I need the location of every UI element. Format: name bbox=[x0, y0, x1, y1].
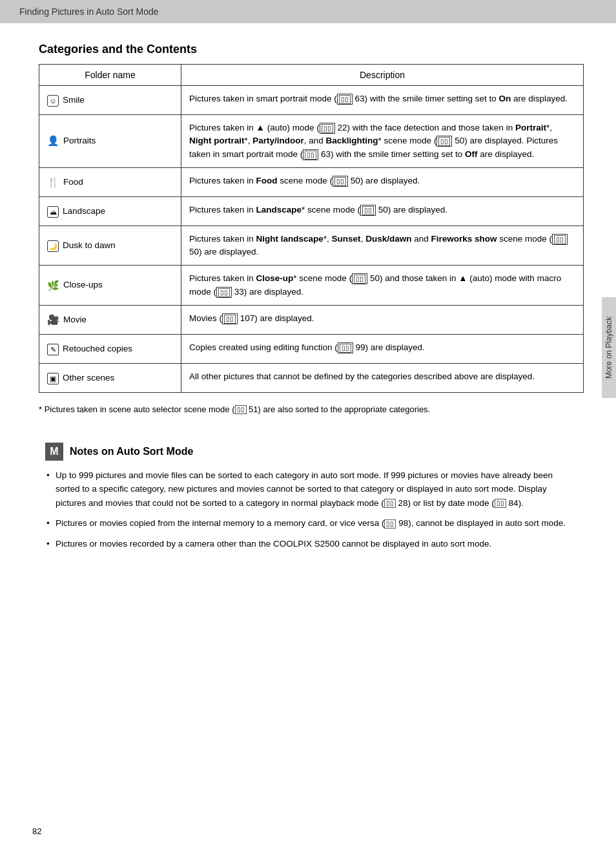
notes-header: M Notes on Auto Sort Mode bbox=[45, 443, 577, 461]
col-header-desc: Description bbox=[181, 65, 584, 86]
description-cell: All other pictures that cannot be define… bbox=[181, 363, 584, 392]
notes-item-0: Up to 999 pictures and movie files can b… bbox=[45, 468, 577, 510]
table-row: ✎ Retouched copies Copies created using … bbox=[39, 334, 584, 363]
notes-list: Up to 999 pictures and movie files can b… bbox=[45, 468, 577, 551]
col-header-folder: Folder name bbox=[39, 65, 181, 86]
folder-label-7: Retouched copies bbox=[63, 342, 132, 355]
folder-label-8: Other scenes bbox=[63, 372, 114, 384]
folder-label-0: Smile bbox=[63, 94, 85, 107]
folder-icon-food: 🍴 bbox=[47, 174, 59, 190]
folder-label-4: Dusk to dawn bbox=[63, 239, 116, 252]
header-title: Finding Pictures in Auto Sort Mode bbox=[19, 6, 159, 17]
description-cell: Pictures taken in Close-up* scene mode (… bbox=[181, 266, 584, 306]
header-bar: Finding Pictures in Auto Sort Mode bbox=[0, 0, 616, 23]
notes-icon: M bbox=[45, 443, 63, 461]
folder-label-3: Landscape bbox=[63, 205, 105, 218]
description-cell: Pictures taken in ▲ (auto) mode (▯▯ 22) … bbox=[181, 115, 584, 168]
folder-cell: ☺ Smile bbox=[39, 86, 181, 115]
folder-name-8: ▣ Other scenes bbox=[47, 370, 173, 386]
categories-table: Folder name Description ☺ Smile Pictures… bbox=[39, 64, 584, 393]
description-cell: Pictures taken in Food scene mode (▯▯ 50… bbox=[181, 167, 584, 196]
table-row: 🍴 Food Pictures taken in Food scene mode… bbox=[39, 167, 584, 196]
description-cell: Pictures taken in smart portrait mode (▯… bbox=[181, 86, 584, 115]
table-row: ▣ Other scenes All other pictures that c… bbox=[39, 363, 584, 392]
folder-name-4: 🌙 Dusk to dawn bbox=[47, 238, 173, 253]
table-row: ☺ Smile Pictures taken in smart portrait… bbox=[39, 86, 584, 115]
table-row: 🎥 Movie Movies (▯▯ 107) are displayed. bbox=[39, 305, 584, 334]
section-title: Categories and the Contents bbox=[39, 43, 584, 56]
folder-label-2: Food bbox=[63, 176, 83, 189]
folder-icon-landscape: ⛰ bbox=[47, 204, 59, 219]
side-tab: More on Playback bbox=[602, 297, 616, 398]
folder-icon-movie: 🎥 bbox=[47, 312, 59, 328]
folder-name-6: 🎥 Movie bbox=[47, 312, 173, 328]
folder-cell: ✎ Retouched copies bbox=[39, 334, 181, 363]
side-tab-label: More on Playback bbox=[604, 317, 613, 379]
folder-icon-dusk: 🌙 bbox=[47, 238, 59, 253]
folder-cell: 🌿 Close-ups bbox=[39, 266, 181, 306]
folder-name-2: 🍴 Food bbox=[47, 174, 173, 190]
folder-cell: 🎥 Movie bbox=[39, 305, 181, 334]
main-content: Categories and the Contents Folder name … bbox=[0, 23, 616, 571]
folder-icon-retouched: ✎ bbox=[47, 341, 59, 357]
folder-cell: 🍴 Food bbox=[39, 167, 181, 196]
folder-name-3: ⛰ Landscape bbox=[47, 204, 173, 219]
folder-cell: ⛰ Landscape bbox=[39, 196, 181, 225]
folder-label-5: Close-ups bbox=[63, 278, 103, 291]
description-cell: Movies (▯▯ 107) are displayed. bbox=[181, 305, 584, 334]
footnote: * Pictures taken in scene auto selector … bbox=[39, 403, 584, 417]
folder-label-1: Portraits bbox=[63, 134, 96, 147]
folder-cell: 👤 Portraits bbox=[39, 115, 181, 168]
folder-icon-portrait: 👤 bbox=[47, 133, 59, 149]
folder-cell: ▣ Other scenes bbox=[39, 363, 181, 392]
notes-item-2: Pictures or movies recorded by a camera … bbox=[45, 537, 577, 551]
table-row: 🌙 Dusk to dawn Pictures taken in Night l… bbox=[39, 225, 584, 266]
description-cell: Pictures taken in Night landscape*, Suns… bbox=[181, 225, 584, 266]
folder-name-1: 👤 Portraits bbox=[47, 133, 173, 149]
folder-icon-closeup: 🌿 bbox=[47, 278, 59, 293]
table-row: 🌿 Close-ups Pictures taken in Close-up* … bbox=[39, 266, 584, 306]
page-number: 82 bbox=[32, 826, 41, 836]
folder-cell: 🌙 Dusk to dawn bbox=[39, 225, 181, 266]
footnote-text: * Pictures taken in scene auto selector … bbox=[39, 404, 430, 414]
folder-name-0: ☺ Smile bbox=[47, 92, 173, 108]
notes-section: M Notes on Auto Sort Mode Up to 999 pict… bbox=[39, 443, 584, 551]
notes-icon-letter: M bbox=[50, 446, 58, 457]
page: More on Playback Finding Pictures in Aut… bbox=[0, 0, 616, 849]
notes-item-1: Pictures or movies copied from the inter… bbox=[45, 516, 577, 530]
description-cell: Copies created using editing function (▯… bbox=[181, 334, 584, 363]
description-cell: Pictures taken in Landscape* scene mode … bbox=[181, 196, 584, 225]
folder-name-5: 🌿 Close-ups bbox=[47, 278, 173, 293]
table-row: ⛰ Landscape Pictures taken in Landscape*… bbox=[39, 196, 584, 225]
table-row: 👤 Portraits Pictures taken in ▲ (auto) m… bbox=[39, 115, 584, 168]
folder-label-6: Movie bbox=[63, 313, 87, 326]
folder-icon-smile: ☺ bbox=[47, 92, 59, 108]
notes-title: Notes on Auto Sort Mode bbox=[70, 446, 193, 457]
folder-name-7: ✎ Retouched copies bbox=[47, 341, 173, 357]
folder-icon-other: ▣ bbox=[47, 370, 59, 386]
